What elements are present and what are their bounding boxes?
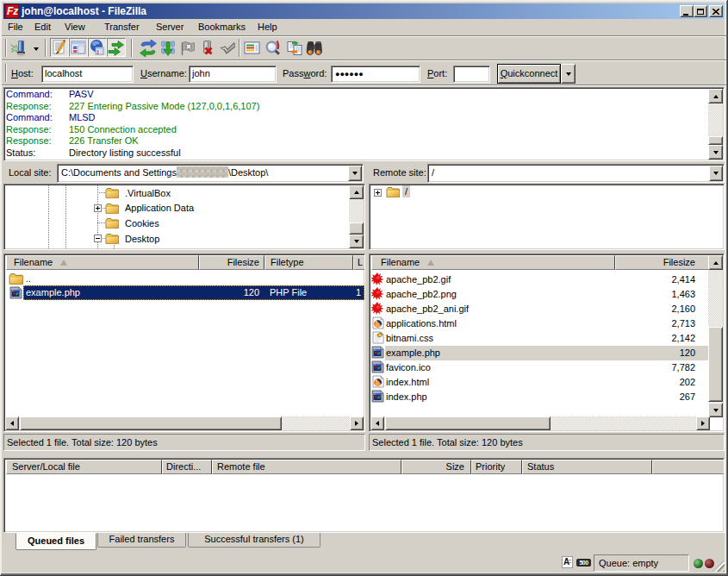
- svg-text:Fz: Fz: [7, 5, 18, 17]
